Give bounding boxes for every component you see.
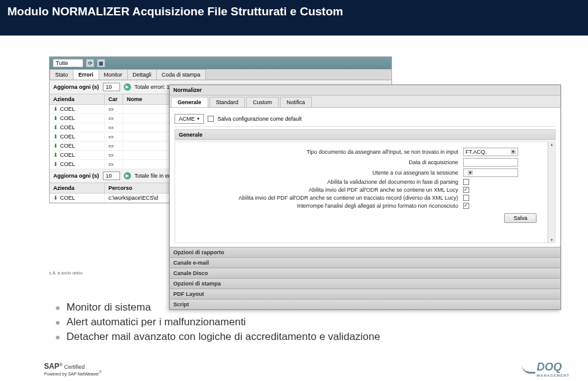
- tab-errori[interactable]: Errori: [73, 69, 99, 80]
- tab-custom[interactable]: Custom: [246, 97, 279, 107]
- section-pdf-layout[interactable]: PDF Layout: [170, 289, 560, 299]
- footer: SAP® Certified Powered by SAP NetWeaver®…: [0, 361, 588, 377]
- download-icon: ⬇: [53, 134, 58, 140]
- section-canale-disco[interactable]: Canale Disco: [170, 268, 560, 278]
- save-row: Salva: [181, 211, 549, 224]
- normalizer-content: ACME Salva configurazione come default G…: [170, 108, 560, 247]
- bullet-item: Alert automatici per i malfunzionamenti: [55, 316, 588, 328]
- pdf-xml-checkbox[interactable]: [463, 187, 469, 193]
- tab-dettagli[interactable]: Dettagli: [127, 69, 157, 80]
- interrompe-checkbox[interactable]: [463, 203, 469, 209]
- tab-notifica[interactable]: Notifica: [280, 97, 312, 107]
- tab-coda[interactable]: Coda di stampa: [156, 69, 206, 80]
- footer-note: s.A. a socio unico: [49, 271, 83, 275]
- normalizer-tabs: Generale Standard Custom Notifica: [170, 96, 560, 108]
- save-button[interactable]: Salva: [504, 213, 537, 223]
- download-icon: ⬇: [53, 115, 58, 121]
- col-car[interactable]: Car: [105, 94, 123, 104]
- sap-certified-logo: SAP® Certified Powered by SAP NetWeaver®: [44, 363, 101, 377]
- tab-standard[interactable]: Standard: [209, 97, 246, 107]
- refresh-label: Aggiorna ogni (s): [53, 84, 99, 90]
- bullet-item: Detacher mail avanzato con logiche di ac…: [55, 331, 588, 343]
- form-area: Tipo documento da assegnare all'input, s…: [175, 141, 556, 243]
- section-opzioni-rapporto[interactable]: Opzioni di rapporto: [170, 247, 560, 257]
- tab-generale[interactable]: Generale: [171, 97, 208, 107]
- section-script[interactable]: Script: [170, 299, 560, 309]
- errors-tabs: Stato Errori Monitor Dettagli Coda di st…: [50, 69, 391, 80]
- data-acquisizione-input[interactable]: [463, 158, 518, 167]
- download-icon: ⬇: [53, 152, 58, 158]
- filter-dropdown[interactable]: Tutte: [53, 59, 83, 67]
- row-data-acquisizione: Data di acquisizione: [181, 158, 549, 167]
- toolbar-icon-2[interactable]: ▦: [97, 59, 105, 67]
- section-canale-email[interactable]: Canale e-mail: [170, 257, 560, 268]
- company-row: ACME Salva configurazione come default: [175, 111, 556, 127]
- refresh-label-2: Aggiorna ogni (s): [53, 173, 99, 179]
- row-pdf-record: Abilita invio del PDF all'ODR anche se c…: [181, 195, 549, 201]
- col-azienda-2[interactable]: Azienda: [50, 183, 105, 193]
- company-select[interactable]: ACME: [175, 114, 204, 124]
- download-icon: ⬇: [53, 143, 58, 149]
- refresh-go-icon-2[interactable]: ▶: [124, 172, 131, 179]
- tab-monitor[interactable]: Monitor: [99, 69, 128, 80]
- validazione-checkbox[interactable]: [463, 179, 469, 185]
- row-tipo-documento: Tipo documento da assegnare all'input, s…: [181, 148, 549, 156]
- section-opzioni-stampa[interactable]: Opzioni di stampa: [170, 278, 560, 289]
- download-icon: ⬇: [53, 124, 58, 130]
- pdf-record-checkbox[interactable]: [463, 195, 469, 201]
- swoosh-icon: [522, 365, 535, 374]
- download-icon: ⬇: [53, 106, 58, 112]
- tipo-documento-combo[interactable]: FT.ACQ.: [463, 148, 518, 156]
- refresh-value[interactable]: 10: [103, 83, 120, 91]
- page-title: Modulo NORMALIZER Acquisizione File Stru…: [0, 0, 588, 36]
- screenshot-composite: Tutte ⟳ ▦ Stato Errori Monitor Dettagli …: [0, 43, 588, 285]
- refresh-go-icon[interactable]: ▶: [124, 83, 131, 91]
- row-pdf-xml: Abilita invio del PDF all'ODR anche se c…: [181, 187, 549, 193]
- normalizer-window: Normalizer Generale Standard Custom Noti…: [169, 85, 561, 310]
- save-default-label: Salva configurazione come default: [217, 116, 302, 122]
- doq-logo: DOQ MANAGEMENT: [522, 361, 570, 377]
- row-interrompe: Interrompe l'analisi degli allegati al p…: [181, 203, 549, 209]
- row-validazione: Abilita la validazione del documento in …: [181, 179, 549, 185]
- page-title-text: Modulo NORMALIZER Acquisizione File Stru…: [7, 5, 343, 18]
- col-azienda[interactable]: Azienda: [50, 94, 105, 104]
- scrollbar[interactable]: [548, 142, 555, 243]
- row-utente: Utente a cui assegnare la sessione: [181, 168, 549, 177]
- utente-combo[interactable]: [463, 168, 518, 177]
- normalizer-title: Normalizer: [170, 85, 560, 96]
- refresh-value-2[interactable]: 10: [103, 172, 120, 180]
- download-icon: ⬇: [53, 195, 58, 201]
- save-default-checkbox[interactable]: [208, 116, 214, 122]
- total-errors-label: Totale errori: 11: [135, 84, 173, 90]
- toolbar-icon-1[interactable]: ⟳: [86, 59, 94, 67]
- download-icon: ⬇: [53, 161, 58, 167]
- tab-stato[interactable]: Stato: [50, 69, 74, 80]
- errors-toolbar: Tutte ⟳ ▦: [50, 57, 391, 69]
- section-generale[interactable]: Generale: [175, 129, 556, 140]
